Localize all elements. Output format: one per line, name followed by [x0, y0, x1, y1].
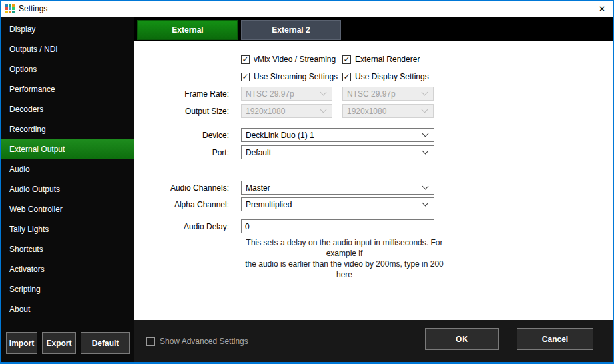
- tab-bar: External External 2: [137, 20, 341, 40]
- frame-rate-label: Frame Rate:: [134, 89, 241, 99]
- sidebar-item-decoders[interactable]: Decoders: [1, 99, 134, 119]
- sidebar-item-shortcuts[interactable]: Shortcuts: [1, 239, 134, 259]
- sidebar-item-scripting[interactable]: Scripting: [1, 279, 134, 299]
- use-display-settings-label: Use Display Settings: [355, 72, 429, 81]
- output-size-label: Output Size:: [134, 107, 241, 116]
- alpha-channel-label: Alpha Channel:: [134, 200, 241, 209]
- sidebar: Display Outputs / NDI Options Performanc…: [1, 17, 134, 362]
- sidebar-item-performance[interactable]: Performance: [1, 79, 134, 99]
- default-button[interactable]: Default: [81, 332, 130, 354]
- chevron-down-icon: [320, 89, 327, 96]
- sidebar-item-web-controller[interactable]: Web Controller: [1, 199, 134, 219]
- chevron-down-icon: [422, 89, 428, 96]
- audio-delay-label: Audio Delay:: [134, 222, 241, 231]
- export-button[interactable]: Export: [42, 332, 76, 354]
- output-size-select-1: 1920x1080: [241, 104, 332, 118]
- device-label: Device:: [134, 131, 241, 140]
- port-select[interactable]: Default: [241, 145, 434, 159]
- show-advanced-settings-label: Show Advanced Settings: [160, 337, 248, 346]
- titlebar: Settings ✕: [1, 1, 613, 17]
- sidebar-item-about[interactable]: About: [1, 299, 134, 319]
- main-panel: External External 2 vMix Video / Streami…: [134, 17, 613, 362]
- external-renderer-label: External Renderer: [355, 55, 420, 64]
- audio-delay-input[interactable]: [241, 219, 434, 233]
- device-select[interactable]: DeckLink Duo (1) 1: [241, 128, 434, 142]
- chevron-down-icon: [422, 148, 429, 155]
- sidebar-item-options[interactable]: Options: [1, 59, 134, 79]
- tab-external-2[interactable]: External 2: [241, 20, 341, 40]
- port-label: Port:: [134, 148, 241, 157]
- frame-rate-select-1: NTSC 29.97p: [241, 87, 332, 101]
- window-title: Settings: [19, 4, 47, 13]
- vmix-video-streaming-checkbox[interactable]: [241, 55, 250, 64]
- close-icon[interactable]: ✕: [591, 1, 613, 17]
- footer-bar: Show Advanced Settings OK Cancel: [134, 320, 613, 362]
- sidebar-item-tally-lights[interactable]: Tally Lights: [1, 219, 134, 239]
- sidebar-item-display[interactable]: Display: [1, 19, 134, 39]
- settings-window: Settings ✕ Display Outputs / NDI Options…: [0, 0, 614, 364]
- chevron-down-icon: [422, 183, 429, 190]
- sidebar-item-recording[interactable]: Recording: [1, 119, 134, 139]
- vmix-video-streaming-label: vMix Video / Streaming: [254, 55, 336, 64]
- settings-form: vMix Video / Streaming External Renderer…: [134, 41, 613, 320]
- ok-button[interactable]: OK: [425, 328, 499, 350]
- sidebar-item-activators[interactable]: Activators: [1, 259, 134, 279]
- sidebar-item-audio[interactable]: Audio: [1, 159, 134, 179]
- output-size-select-2: 1920x1080: [342, 104, 434, 118]
- frame-rate-select-2: NTSC 29.97p: [342, 87, 434, 101]
- import-button[interactable]: Import: [6, 332, 37, 354]
- external-renderer-checkbox[interactable]: [342, 55, 351, 64]
- show-advanced-settings-checkbox[interactable]: [146, 337, 155, 346]
- chevron-down-icon: [320, 107, 327, 113]
- sidebar-item-audio-outputs[interactable]: Audio Outputs: [1, 179, 134, 199]
- sidebar-item-outputs-ndi[interactable]: Outputs / NDI: [1, 39, 134, 59]
- chevron-down-icon: [422, 131, 429, 137]
- use-streaming-settings-checkbox[interactable]: [241, 73, 250, 81]
- sidebar-item-external-output[interactable]: External Output: [1, 139, 134, 159]
- tab-external[interactable]: External: [137, 20, 238, 40]
- use-streaming-settings-label: Use Streaming Settings: [254, 72, 338, 81]
- alpha-channel-select[interactable]: Premultiplied: [241, 197, 434, 211]
- use-display-settings-checkbox[interactable]: [342, 73, 351, 81]
- audio-channels-label: Audio Channels:: [134, 183, 241, 193]
- vmix-logo-icon: [5, 4, 15, 13]
- chevron-down-icon: [422, 107, 428, 113]
- cancel-button[interactable]: Cancel: [517, 328, 593, 350]
- audio-delay-help-text: This sets a delay on the audio input in …: [241, 237, 448, 280]
- chevron-down-icon: [422, 200, 429, 207]
- audio-channels-select[interactable]: Master: [241, 181, 434, 195]
